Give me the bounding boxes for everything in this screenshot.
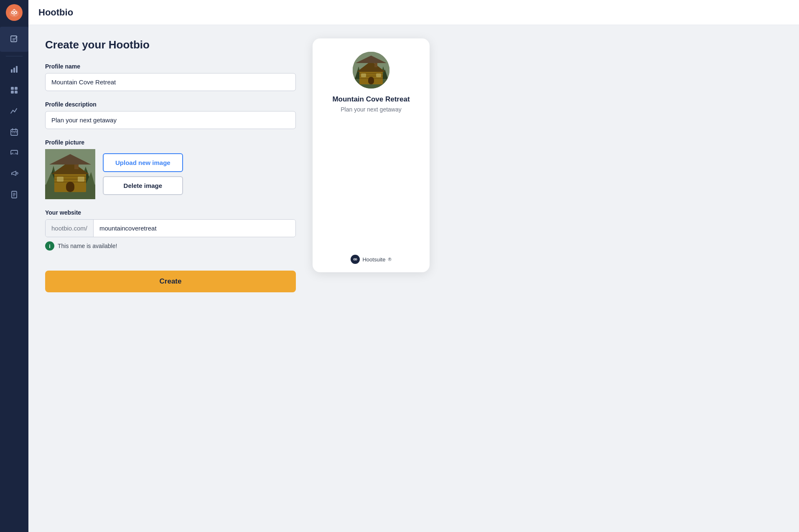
owl-icon — [6, 4, 23, 21]
page-title: Hootbio — [38, 7, 73, 18]
svg-rect-18 — [14, 132, 15, 133]
svg-rect-17 — [13, 132, 13, 133]
svg-rect-7 — [13, 68, 15, 73]
form-panel: Create your Hootbio Profile name Profile… — [45, 38, 296, 519]
preview-footer: Hootsuite ® — [313, 255, 430, 264]
preview-card: Mountain Cove Retreat Plan your next get… — [313, 38, 430, 272]
preview-cabin-image — [353, 52, 389, 89]
svg-point-21 — [16, 172, 18, 174]
content-area: Create your Hootbio Profile name Profile… — [28, 25, 799, 532]
sidebar — [0, 0, 28, 532]
profile-picture-group: Profile picture — [45, 139, 296, 199]
svg-point-0 — [10, 10, 19, 17]
website-suffix-input[interactable] — [94, 220, 295, 237]
profile-description-group: Profile description — [45, 101, 296, 129]
preview-brand-label: Hootsuite — [362, 256, 385, 263]
website-label: Your website — [45, 209, 296, 216]
svg-rect-11 — [11, 91, 14, 94]
sidebar-item-calendar[interactable] — [5, 123, 23, 141]
hootsuite-logo-small — [351, 255, 360, 264]
website-input-row: hootbio.com/ — [45, 219, 296, 237]
availability-icon: i — [45, 241, 54, 251]
image-buttons: Upload new image Delete image — [103, 153, 183, 195]
svg-point-61 — [356, 259, 356, 260]
delete-image-button[interactable]: Delete image — [103, 176, 183, 195]
svg-rect-56 — [376, 73, 381, 77]
header: Hootbio — [28, 0, 799, 25]
profile-name-input[interactable] — [45, 73, 296, 91]
app-logo[interactable] — [0, 0, 28, 25]
svg-rect-41 — [78, 177, 84, 182]
availability-text: This name is available! — [58, 243, 117, 249]
preview-brand-symbol: ® — [388, 257, 391, 262]
profile-name-label: Profile name — [45, 63, 296, 70]
svg-rect-57 — [374, 61, 377, 67]
profile-thumbnail — [45, 149, 95, 199]
svg-rect-39 — [66, 182, 74, 192]
svg-rect-54 — [368, 77, 374, 84]
profile-name-group: Profile name — [45, 63, 296, 91]
profile-picture-label: Profile picture — [45, 139, 296, 146]
preview-name: Mountain Cove Retreat — [332, 95, 410, 104]
svg-rect-9 — [11, 87, 14, 90]
sidebar-item-charts[interactable] — [5, 102, 23, 120]
svg-rect-40 — [57, 177, 64, 182]
upload-image-button[interactable]: Upload new image — [103, 153, 183, 172]
sidebar-divider-1 — [6, 56, 23, 56]
svg-rect-12 — [15, 91, 18, 94]
svg-rect-13 — [11, 129, 18, 135]
svg-rect-8 — [16, 66, 18, 73]
preview-panel: Mountain Cove Retreat Plan your next get… — [313, 38, 430, 519]
svg-rect-42 — [74, 161, 79, 169]
availability-notice: i This name is available! — [45, 241, 296, 251]
svg-point-4 — [15, 12, 17, 13]
sidebar-item-dashboard[interactable] — [5, 81, 23, 99]
main-area: Hootbio Create your Hootbio Profile name… — [28, 0, 799, 532]
svg-rect-10 — [15, 87, 18, 90]
preview-description: Plan your next getaway — [341, 106, 402, 113]
preview-avatar — [353, 52, 389, 89]
profile-description-input[interactable] — [45, 111, 296, 129]
sidebar-item-campaigns[interactable] — [5, 165, 23, 183]
svg-rect-19 — [16, 132, 17, 133]
svg-rect-6 — [11, 69, 13, 73]
sidebar-item-reports[interactable] — [5, 185, 23, 204]
website-prefix: hootbio.com/ — [46, 220, 94, 237]
website-group: Your website hootbio.com/ i This name is… — [45, 209, 296, 251]
sidebar-item-inbox[interactable] — [5, 144, 23, 162]
svg-point-3 — [12, 12, 14, 13]
sidebar-item-analytics[interactable] — [5, 60, 23, 79]
svg-rect-55 — [361, 73, 366, 77]
create-button[interactable]: Create — [45, 271, 296, 292]
profile-picture-row: Upload new image Delete image — [45, 149, 296, 199]
form-title: Create your Hootbio — [45, 38, 296, 51]
profile-description-label: Profile description — [45, 101, 296, 108]
svg-point-60 — [354, 259, 355, 260]
compose-button[interactable] — [0, 27, 28, 52]
